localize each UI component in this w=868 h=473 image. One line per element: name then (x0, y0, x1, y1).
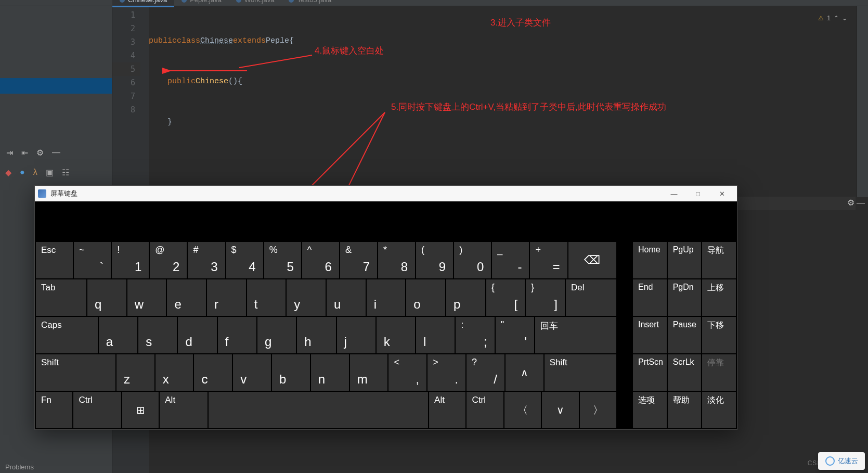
key-x[interactable]: x (156, 354, 193, 391)
key-backtick[interactable]: ~` (74, 242, 111, 278)
key-fn[interactable]: Fn (36, 392, 72, 428)
circle-icon[interactable]: ● (20, 168, 25, 177)
key-w[interactable]: w (127, 279, 166, 316)
key-equals[interactable]: += (530, 242, 567, 278)
gear-icon[interactable]: ⚙ (36, 148, 44, 158)
key-j[interactable]: j (337, 317, 375, 353)
key-n[interactable]: n (311, 354, 349, 391)
key-lbracket[interactable]: {[ (486, 279, 525, 316)
problems-tab[interactable]: Problems (0, 461, 39, 473)
key-enter[interactable]: 回车 (535, 317, 616, 353)
key-scrlk[interactable]: ScrLk (668, 354, 702, 391)
tab-test05[interactable]: Test05.java (281, 0, 339, 7)
key-windows[interactable]: ⊞ (122, 392, 159, 428)
key-d[interactable]: d (178, 317, 216, 353)
key-movedown[interactable]: 下移 (702, 317, 736, 353)
key-prtscn[interactable]: PrtScn (633, 354, 667, 391)
minimize-icon[interactable]: — (52, 148, 60, 157)
key-e[interactable]: e (167, 279, 206, 316)
key-slash[interactable]: ?/ (467, 354, 504, 391)
key-shift-right[interactable]: Shift (545, 354, 616, 391)
key-options[interactable]: 选项 (633, 392, 667, 428)
chevron-up-icon[interactable]: ⌃ (834, 15, 839, 22)
bookmark-icon[interactable]: ◆ (5, 168, 11, 177)
close-button[interactable]: ✕ (710, 186, 734, 201)
key-ctrl-right[interactable]: Ctrl (467, 392, 503, 428)
key-arrow-down[interactable]: ∨ (542, 392, 578, 428)
layout-icon[interactable]: ▣ (46, 168, 54, 177)
key-a[interactable]: a (99, 317, 137, 353)
key-quote[interactable]: "' (496, 317, 534, 353)
key-g[interactable]: g (257, 317, 296, 353)
key-nav[interactable]: 导航 (702, 242, 736, 278)
key-i[interactable]: i (367, 279, 406, 316)
key-m[interactable]: m (350, 354, 388, 391)
key-pause[interactable]: Pause (668, 317, 702, 353)
key-2[interactable]: @2 (150, 242, 187, 278)
key-arrow-left[interactable]: 〈 (504, 392, 541, 428)
key-u[interactable]: u (327, 279, 366, 316)
key-fade[interactable]: 淡化 (702, 392, 736, 428)
key-moveup[interactable]: 上移 (702, 279, 736, 316)
key-esc[interactable]: Esc (36, 242, 73, 278)
key-l[interactable]: l (416, 317, 455, 353)
settings-gear-icon[interactable]: ⚙ — (847, 198, 865, 208)
key-caps[interactable]: Caps (36, 317, 98, 353)
inspection-widget[interactable]: ⚠ 1 ⌃ ⌄ (818, 15, 847, 22)
outdent-icon[interactable]: ⇤ (21, 148, 28, 158)
key-period[interactable]: >. (427, 354, 465, 391)
key-arrow-right[interactable]: 〉 (580, 392, 616, 428)
key-8[interactable]: *8 (378, 242, 415, 278)
tab-peple[interactable]: Peple.java (174, 0, 229, 7)
key-4[interactable]: $4 (226, 242, 263, 278)
key-7[interactable]: &7 (340, 242, 377, 278)
key-f[interactable]: f (218, 317, 256, 353)
project-selected-row[interactable] (0, 78, 112, 94)
key-s[interactable]: s (138, 317, 177, 353)
key-end[interactable]: End (633, 279, 667, 316)
key-3[interactable]: #3 (188, 242, 225, 278)
minimize-button[interactable]: — (662, 186, 686, 201)
maximize-button[interactable]: □ (686, 186, 710, 201)
key-t[interactable]: t (247, 279, 286, 316)
key-y[interactable]: y (287, 279, 326, 316)
key-pgup[interactable]: PgUp (668, 242, 702, 278)
key-semicolon[interactable]: :; (456, 317, 494, 353)
chevron-down-icon[interactable]: ⌄ (842, 15, 847, 22)
key-pgdn[interactable]: PgDn (668, 279, 702, 316)
key-insert[interactable]: Insert (633, 317, 667, 353)
key-tab[interactable]: Tab (36, 279, 86, 316)
key-9[interactable]: (9 (416, 242, 453, 278)
key-5[interactable]: %5 (264, 242, 301, 278)
key-alt-right[interactable]: Alt (429, 392, 465, 428)
key-rbracket[interactable]: }] (526, 279, 565, 316)
key-help[interactable]: 帮助 (668, 392, 702, 428)
key-home[interactable]: Home (633, 242, 667, 278)
key-del[interactable]: Del (566, 279, 616, 316)
key-b[interactable]: b (272, 354, 310, 391)
key-0[interactable]: )0 (454, 242, 491, 278)
key-arrow-up[interactable]: ∧ (506, 354, 543, 391)
key-o[interactable]: o (406, 279, 445, 316)
key-shift-left[interactable]: Shift (36, 354, 115, 391)
indent-icon[interactable]: ⇥ (6, 148, 13, 158)
key-z[interactable]: z (116, 354, 154, 391)
lambda-icon[interactable]: λ (33, 168, 37, 177)
key-p[interactable]: p (446, 279, 485, 316)
key-backspace[interactable]: ⌫ (568, 242, 616, 278)
key-v[interactable]: v (233, 354, 271, 391)
key-6[interactable]: ^6 (302, 242, 339, 278)
key-comma[interactable]: <, (388, 354, 426, 391)
key-space[interactable] (209, 392, 428, 428)
key-ctrl-left[interactable]: Ctrl (73, 392, 121, 428)
key-alt-left[interactable]: Alt (160, 392, 208, 428)
key-c[interactable]: c (194, 354, 232, 391)
tab-chinese[interactable]: Chinese.java (112, 0, 174, 7)
key-h[interactable]: h (297, 317, 335, 353)
tab-work[interactable]: Work.java (229, 0, 282, 7)
key-k[interactable]: k (377, 317, 415, 353)
key-dock[interactable]: 停靠 (702, 354, 736, 391)
key-1[interactable]: !1 (112, 242, 149, 278)
osk-titlebar[interactable]: 屏幕键盘 — □ ✕ (35, 186, 737, 201)
key-dash[interactable]: _- (492, 242, 529, 278)
